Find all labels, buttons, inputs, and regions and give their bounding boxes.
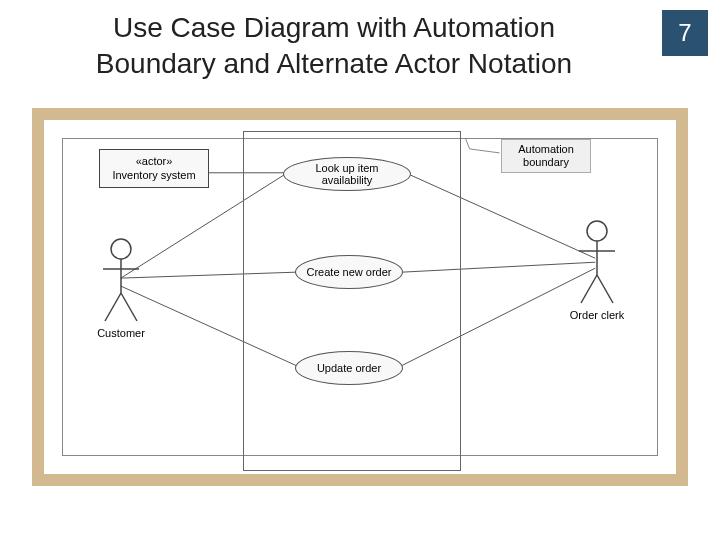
usecase-update-order: Update order	[295, 351, 403, 385]
page-number-badge: 7	[662, 10, 708, 56]
usecase-label: Update order	[317, 362, 381, 374]
slide-title: Use Case Diagram with Automation Boundar…	[12, 10, 656, 83]
actor-customer-label: Customer	[81, 327, 161, 339]
actor-order-clerk-icon	[573, 219, 621, 307]
page-number: 7	[678, 19, 691, 47]
usecase-lookup-item: Look up item availability	[283, 157, 411, 191]
actor-box-name: Inventory system	[106, 168, 202, 182]
svg-line-15	[581, 275, 597, 303]
diagram-inner-frame: «actor» Inventory system Look up item av…	[62, 138, 658, 456]
actor-stereotype: «actor»	[106, 154, 202, 168]
automation-boundary-callout: Automation boundary	[501, 139, 591, 173]
alternate-actor-box: «actor» Inventory system	[99, 149, 209, 188]
svg-line-11	[121, 293, 137, 321]
svg-point-7	[111, 239, 131, 259]
usecase-create-order: Create new order	[295, 255, 403, 289]
callout-line2: boundary	[523, 156, 569, 168]
svg-line-10	[105, 293, 121, 321]
diagram-frame: «actor» Inventory system Look up item av…	[32, 108, 688, 486]
actor-order-clerk-label: Order clerk	[557, 309, 637, 321]
svg-line-16	[597, 275, 613, 303]
title-line-1: Use Case Diagram with Automation	[113, 12, 555, 43]
usecase-label: Look up item availability	[290, 162, 404, 186]
title-line-2: Boundary and Alternate Actor Notation	[96, 48, 572, 79]
svg-point-12	[587, 221, 607, 241]
callout-line1: Automation	[518, 143, 574, 155]
actor-customer-icon	[97, 237, 145, 325]
usecase-label: Create new order	[307, 266, 392, 278]
